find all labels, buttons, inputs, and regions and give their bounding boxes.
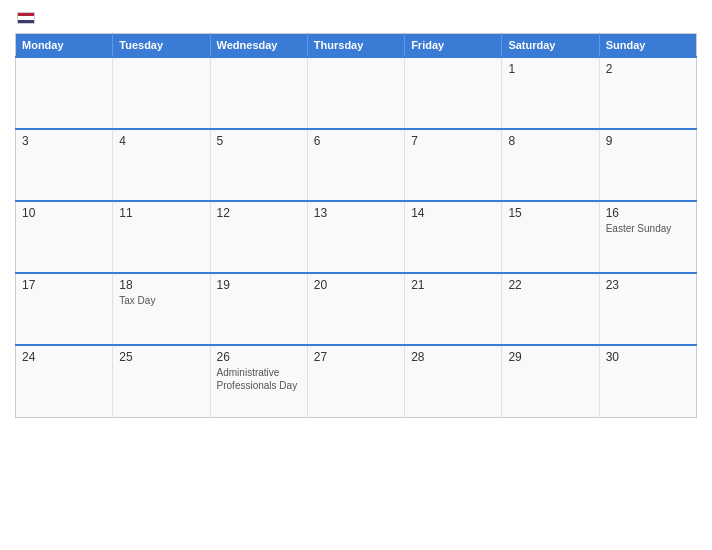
day-number: 4 [119,134,203,148]
cal-cell [307,57,404,129]
logo-flag [17,12,35,24]
cal-cell: 20 [307,273,404,345]
day-number: 21 [411,278,495,292]
cal-cell [16,57,113,129]
day-number: 29 [508,350,592,364]
day-number: 7 [411,134,495,148]
cal-cell: 15 [502,201,599,273]
cal-cell: 25 [113,345,210,417]
cal-cell: 16Easter Sunday [599,201,696,273]
header-cell-sunday: Sunday [599,34,696,58]
header-cell-tuesday: Tuesday [113,34,210,58]
day-number: 10 [22,206,106,220]
day-number: 14 [411,206,495,220]
calendar-table: MondayTuesdayWednesdayThursdayFridaySatu… [15,33,697,418]
cal-cell: 10 [16,201,113,273]
header-cell-thursday: Thursday [307,34,404,58]
day-number: 12 [217,206,301,220]
cal-cell: 28 [405,345,502,417]
header-cell-monday: Monday [16,34,113,58]
calendar-row-5: 242526Administrative Professionals Day27… [16,345,697,417]
holiday-label: Tax Day [119,294,203,307]
day-number: 15 [508,206,592,220]
calendar-row-1: 12 [16,57,697,129]
holiday-label: Administrative Professionals Day [217,366,301,392]
day-number: 28 [411,350,495,364]
day-number: 11 [119,206,203,220]
day-number: 27 [314,350,398,364]
day-number: 9 [606,134,690,148]
cal-cell: 2 [599,57,696,129]
holiday-label: Easter Sunday [606,222,690,235]
calendar-body: 12345678910111213141516Easter Sunday1718… [16,57,697,417]
day-number: 2 [606,62,690,76]
day-number: 23 [606,278,690,292]
cal-cell [210,57,307,129]
cal-cell: 8 [502,129,599,201]
calendar-page: MondayTuesdayWednesdayThursdayFridaySatu… [0,0,712,550]
day-number: 18 [119,278,203,292]
cal-cell: 9 [599,129,696,201]
cal-cell: 7 [405,129,502,201]
day-number: 22 [508,278,592,292]
day-number: 1 [508,62,592,76]
page-header [15,10,697,25]
cal-cell: 13 [307,201,404,273]
cal-cell: 12 [210,201,307,273]
cal-cell: 21 [405,273,502,345]
cal-cell: 1 [502,57,599,129]
cal-cell: 27 [307,345,404,417]
day-number: 25 [119,350,203,364]
cal-cell [113,57,210,129]
header-cell-wednesday: Wednesday [210,34,307,58]
day-number: 26 [217,350,301,364]
calendar-row-4: 1718Tax Day1920212223 [16,273,697,345]
calendar-row-2: 3456789 [16,129,697,201]
cal-cell: 4 [113,129,210,201]
day-number: 5 [217,134,301,148]
cal-cell: 14 [405,201,502,273]
cal-cell: 17 [16,273,113,345]
cal-cell: 24 [16,345,113,417]
cal-cell: 19 [210,273,307,345]
logo [15,10,35,25]
day-number: 19 [217,278,301,292]
cal-cell: 30 [599,345,696,417]
day-number: 3 [22,134,106,148]
cal-cell: 6 [307,129,404,201]
day-number: 6 [314,134,398,148]
cal-cell: 29 [502,345,599,417]
day-number: 24 [22,350,106,364]
cal-cell [405,57,502,129]
header-cell-saturday: Saturday [502,34,599,58]
cal-cell: 23 [599,273,696,345]
header-cell-friday: Friday [405,34,502,58]
day-number: 17 [22,278,106,292]
cal-cell: 3 [16,129,113,201]
cal-cell: 5 [210,129,307,201]
day-number: 20 [314,278,398,292]
calendar-header-row: MondayTuesdayWednesdayThursdayFridaySatu… [16,34,697,58]
cal-cell: 18Tax Day [113,273,210,345]
calendar-row-3: 10111213141516Easter Sunday [16,201,697,273]
cal-cell: 26Administrative Professionals Day [210,345,307,417]
cal-cell: 11 [113,201,210,273]
cal-cell: 22 [502,273,599,345]
day-number: 16 [606,206,690,220]
day-number: 13 [314,206,398,220]
day-number: 8 [508,134,592,148]
day-number: 30 [606,350,690,364]
